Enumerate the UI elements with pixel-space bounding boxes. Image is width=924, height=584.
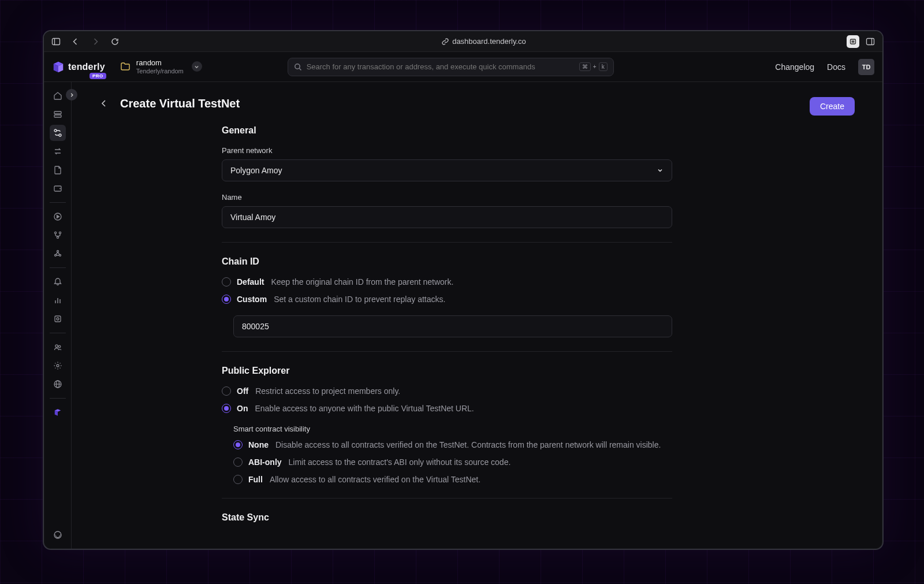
sidebar-item-simulator[interactable]: [50, 209, 66, 225]
radio-icon: [233, 440, 243, 449]
svg-rect-5: [867, 38, 874, 44]
section-explorer-heading: Public Explorer: [222, 366, 672, 376]
svg-point-26: [55, 345, 57, 347]
visibility-abi-radio[interactable]: ABI-only Limit access to the contract's …: [233, 457, 672, 467]
parent-network-select[interactable]: Polygon Amoy: [222, 159, 672, 181]
explorer-on-radio[interactable]: On Enable access to anyone with the publ…: [222, 404, 672, 413]
sidebar: [44, 82, 72, 549]
create-button[interactable]: Create: [810, 97, 855, 116]
svg-rect-2: [851, 39, 856, 44]
sidebar-item-tenderly[interactable]: [50, 404, 66, 421]
avatar[interactable]: TD: [858, 59, 874, 75]
sidebar-toggle-icon[interactable]: [50, 35, 62, 48]
explorer-off-radio[interactable]: Off Restrict access to project members o…: [222, 386, 672, 396]
svg-point-15: [54, 232, 56, 233]
sidebar-item-globe[interactable]: [50, 376, 66, 392]
svg-rect-0: [53, 38, 60, 44]
app-header: tenderly PRO random Tenderly/random ⌘ + …: [44, 52, 882, 82]
radio-icon: [222, 277, 231, 287]
svg-point-33: [54, 535, 55, 535]
tenderly-logo-icon: [52, 61, 65, 73]
sidebar-item-testnets[interactable]: [50, 125, 66, 141]
sidebar-item-contracts[interactable]: [50, 162, 66, 178]
pro-badge: PRO: [90, 73, 106, 79]
svg-point-16: [59, 232, 61, 233]
radio-icon: [233, 475, 243, 484]
folder-icon: [120, 61, 131, 72]
link-icon: [442, 38, 449, 45]
keyboard-shortcut: ⌘ + k: [579, 62, 608, 71]
section-chainid-heading: Chain ID: [222, 256, 672, 267]
sidebar-item-home[interactable]: [50, 88, 66, 104]
browser-chrome: dashboard.tenderly.co: [44, 31, 882, 52]
tenderly-logo-icon: [54, 408, 62, 416]
visibility-label: Smart contract visibility: [233, 425, 672, 433]
svg-rect-10: [54, 115, 61, 117]
svg-rect-24: [55, 316, 61, 322]
brand-logo[interactable]: tenderly PRO: [52, 61, 105, 73]
sidebar-item-alerts[interactable]: [50, 274, 66, 290]
svg-line-8: [299, 68, 301, 70]
panel-right-icon[interactable]: [864, 35, 877, 48]
project-path: Tenderly/random: [136, 68, 184, 75]
radio-icon: [222, 295, 231, 304]
chainid-default-radio[interactable]: Default Keep the original chain ID from …: [222, 277, 672, 287]
sidebar-item-actions[interactable]: [50, 311, 66, 327]
svg-point-34: [60, 535, 61, 535]
sidebar-item-stack[interactable]: [50, 106, 66, 122]
chevron-down-icon[interactable]: [192, 61, 202, 72]
sidebar-item-analytics[interactable]: [50, 292, 66, 308]
svg-point-25: [57, 318, 59, 320]
changelog-link[interactable]: Changelog: [775, 62, 814, 72]
visibility-full-radio[interactable]: Full Allow access to all contracts verif…: [233, 475, 672, 484]
browser-url: dashboard.tenderly.co: [452, 37, 526, 46]
svg-point-19: [59, 255, 61, 256]
section-general-heading: General: [222, 125, 672, 136]
sidebar-item-team[interactable]: [50, 339, 66, 355]
browser-forward-icon: [89, 35, 102, 48]
svg-rect-9: [54, 111, 61, 114]
visibility-none-radio[interactable]: None Disable access to all contracts ver…: [233, 440, 672, 449]
chainid-custom-input[interactable]: [233, 315, 672, 337]
svg-point-18: [54, 255, 56, 256]
sidebar-item-settings[interactable]: [50, 358, 66, 374]
chainid-custom-radio[interactable]: Custom Set a custom chain ID to prevent …: [222, 295, 672, 304]
radio-icon: [222, 386, 231, 396]
section-statesync-heading: State Sync: [222, 512, 672, 523]
svg-point-28: [57, 364, 59, 367]
page-title: Create Virtual TestNet: [120, 97, 240, 110]
sidebar-item-webhooks[interactable]: [50, 245, 66, 262]
back-button[interactable]: [99, 99, 110, 109]
browser-reload-icon[interactable]: [109, 35, 121, 48]
sidebar-expand-button[interactable]: [66, 89, 77, 101]
svg-point-12: [59, 134, 61, 136]
svg-point-17: [57, 236, 58, 238]
project-name: random: [136, 59, 184, 67]
sidebar-item-transfers[interactable]: [50, 143, 66, 159]
sidebar-item-support[interactable]: [50, 527, 66, 543]
svg-point-11: [54, 129, 57, 132]
name-label: Name: [222, 193, 672, 202]
radio-icon: [222, 404, 231, 413]
browser-back-icon[interactable]: [69, 35, 82, 48]
parent-network-label: Parent network: [222, 146, 672, 155]
docs-link[interactable]: Docs: [827, 62, 845, 72]
radio-icon: [233, 457, 243, 467]
search-icon: [294, 63, 302, 71]
project-selector[interactable]: random Tenderly/random: [120, 59, 202, 74]
reader-icon[interactable]: [847, 35, 859, 48]
sidebar-item-wallet[interactable]: [50, 180, 66, 196]
search-input[interactable]: ⌘ + k: [288, 58, 614, 76]
svg-point-7: [295, 64, 299, 68]
chevron-down-icon: [657, 167, 664, 174]
svg-point-27: [58, 345, 61, 348]
svg-point-20: [57, 251, 58, 252]
sidebar-item-forks[interactable]: [50, 227, 66, 243]
name-input[interactable]: [222, 206, 672, 228]
